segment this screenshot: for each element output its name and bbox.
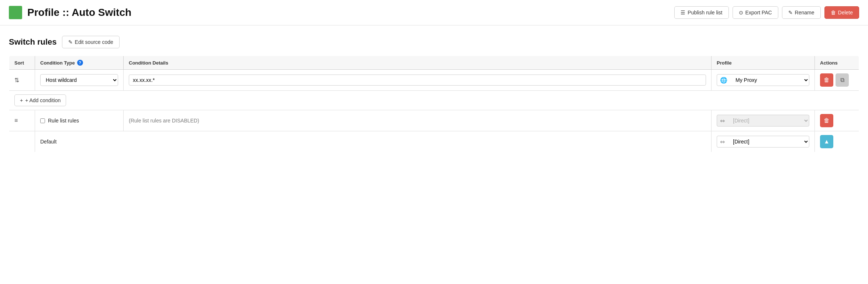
trash-icon: 🗑: [831, 10, 836, 15]
edit-source-button[interactable]: ✎ Edit source code: [62, 36, 120, 48]
list-icon: ≡: [14, 117, 18, 124]
trash-icon: 🗑: [824, 77, 830, 83]
header: Profile :: Auto Switch ☰ Publish rule li…: [0, 0, 868, 25]
default-profile-wrap: ⇔ [Direct] My Proxy: [717, 136, 809, 148]
section-title: Switch rules: [9, 37, 57, 47]
default-sort-cell: [9, 131, 35, 152]
condition-type-cell: Host wildcard URL wildcard URL regex IP …: [35, 70, 124, 91]
main-content: Switch rules ✎ Edit source code Sort Con…: [0, 25, 868, 163]
th-condition-type: Condition Type ?: [35, 56, 124, 70]
up-icon: ▲: [824, 138, 830, 145]
profile-select-wrap: 🌐 My Proxy [Direct]: [717, 74, 809, 86]
th-actions: Actions: [815, 56, 859, 70]
condition-details-cell: [124, 70, 712, 91]
rule-list-profile-cell: ⇔ [Direct]: [712, 110, 815, 131]
add-condition-cell: + + Add condition: [9, 91, 859, 110]
rule-list-profile-select[interactable]: [Direct]: [728, 115, 809, 126]
rule-list-disabled-text: (Rule list rules are DISABLED): [129, 118, 199, 124]
add-condition-row: + + Add condition: [9, 91, 859, 110]
rule-list-row: ≡ Rule list rules (Rule list rules are D…: [9, 110, 859, 131]
rule-list-type-cell: Rule list rules: [35, 110, 124, 131]
profile-color-icon: [9, 6, 22, 19]
rename-button[interactable]: ✎ Rename: [782, 6, 821, 19]
delete-rule-list-button[interactable]: 🗑: [820, 114, 833, 127]
default-row: Default ⇔ [Direct] My Proxy ▲: [9, 131, 859, 152]
condition-type-select[interactable]: Host wildcard URL wildcard URL regex IP …: [40, 74, 118, 86]
default-actions-cell: ▲: [815, 131, 859, 152]
copy-rule-button[interactable]: ⧉: [836, 73, 849, 87]
header-left: Profile :: Auto Switch: [9, 6, 131, 19]
header-actions: ☰ Publish rule list ⊙ Export PAC ✎ Renam…: [674, 6, 859, 19]
globe-icon: 🌐: [717, 77, 730, 84]
delete-rule-button[interactable]: 🗑: [820, 73, 833, 87]
rule-list-sort-cell: ≡: [9, 110, 35, 131]
direct-icon: ⇔: [717, 117, 728, 124]
default-profile-cell: ⇔ [Direct] My Proxy: [712, 131, 815, 152]
info-icon[interactable]: ?: [77, 60, 83, 66]
rule-list-checkbox[interactable]: [40, 118, 45, 123]
condition-details-input[interactable]: [129, 75, 706, 86]
rename-icon: ✎: [788, 10, 793, 15]
th-sort: Sort: [9, 56, 35, 70]
profile-select[interactable]: My Proxy [Direct]: [730, 75, 809, 86]
delete-button[interactable]: 🗑 Delete: [824, 6, 859, 19]
copy-icon: ⧉: [840, 77, 844, 83]
rules-table: Sort Condition Type ? Condition Details …: [9, 56, 859, 152]
publish-rule-list-button[interactable]: ☰ Publish rule list: [674, 6, 728, 19]
rule-list-details-cell: (Rule list rules are DISABLED): [124, 110, 712, 131]
actions-cell: 🗑 ⧉: [815, 70, 859, 91]
sort-icon[interactable]: ⇅: [14, 77, 19, 84]
publish-icon: ☰: [681, 10, 685, 15]
direct-icon: ⇔: [717, 138, 728, 145]
rule-list-actions-cell: 🗑: [815, 110, 859, 131]
section-header: Switch rules ✎ Edit source code: [9, 36, 859, 48]
scroll-up-button[interactable]: ▲: [820, 135, 833, 148]
table-row: ⇅ Host wildcard URL wildcard URL regex I…: [9, 70, 859, 91]
sort-cell: ⇅: [9, 70, 35, 91]
rule-list-profile-wrap: ⇔ [Direct]: [717, 115, 809, 127]
export-pac-button[interactable]: ⊙ Export PAC: [733, 6, 778, 19]
th-condition-details: Condition Details: [124, 56, 712, 70]
page-title: Profile :: Auto Switch: [27, 7, 131, 18]
default-profile-select[interactable]: [Direct] My Proxy: [728, 136, 809, 147]
edit-icon: ✎: [68, 39, 73, 45]
profile-cell: 🌐 My Proxy [Direct]: [712, 70, 815, 91]
export-icon: ⊙: [739, 10, 743, 15]
add-condition-button[interactable]: + + Add condition: [14, 94, 66, 106]
default-label-cell: Default: [35, 131, 712, 152]
th-profile: Profile: [712, 56, 815, 70]
table-header-row: Sort Condition Type ? Condition Details …: [9, 56, 859, 70]
plus-icon: +: [20, 97, 23, 103]
trash-icon: 🗑: [824, 117, 830, 124]
